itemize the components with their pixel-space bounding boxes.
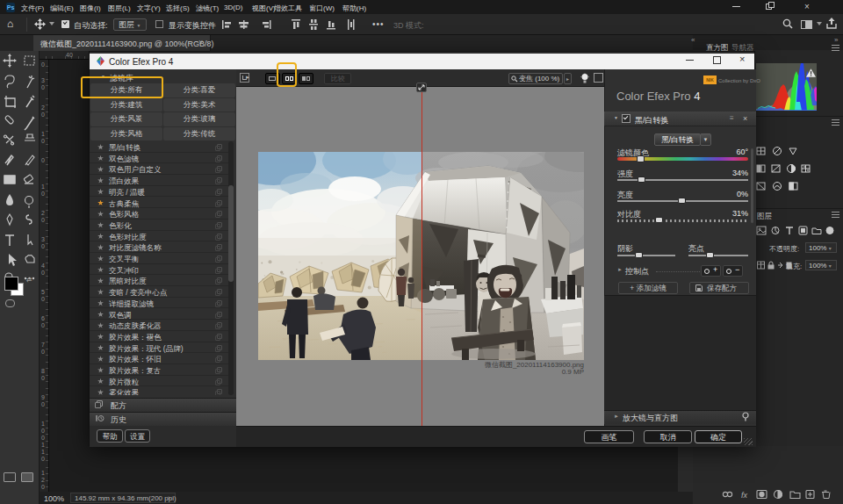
svg-text:fx: fx — [741, 491, 748, 500]
